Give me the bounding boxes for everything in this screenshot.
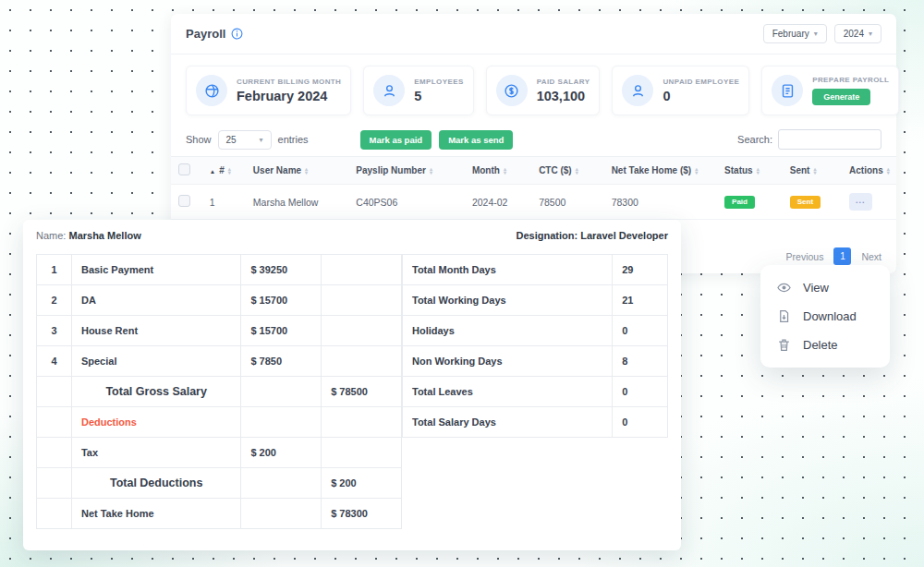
total-gross-salary-row: Total Gross Salary$ 78500 xyxy=(37,377,402,407)
row-num: 4 xyxy=(37,346,72,377)
card-label: PAID SALARY xyxy=(537,78,590,86)
year-select[interactable]: 2024 xyxy=(834,24,881,43)
earning-row: 1Basic Payment$ 39250 xyxy=(37,255,402,285)
menu-item-label: Download xyxy=(803,309,857,323)
row-amount: $ 15700 xyxy=(241,285,322,316)
year-select-value: 2024 xyxy=(844,29,864,39)
stat-cards: CURRENT BILLING MONTH February 2024 EMPL… xyxy=(171,54,896,125)
column-header-sent[interactable]: Sent xyxy=(783,157,842,185)
column-header-month[interactable]: Month xyxy=(465,157,531,185)
row-amount: $ 15700 xyxy=(241,316,322,346)
row-amount: $ 7850 xyxy=(241,346,322,377)
summary-label: Total Leaves xyxy=(403,377,613,407)
column-header-actions[interactable]: Actions xyxy=(842,157,896,185)
row-status-cell: Paid xyxy=(717,185,783,220)
select-all-checkbox[interactable] xyxy=(178,163,190,175)
menu-item-download[interactable]: Download xyxy=(760,302,890,331)
info-icon[interactable] xyxy=(231,28,243,40)
deduction-row: Tax$ 200 xyxy=(37,438,402,468)
row-checkbox[interactable] xyxy=(178,195,190,207)
page-title: Payroll xyxy=(186,27,225,41)
month-select-value: February xyxy=(772,29,809,39)
summary-value: 21 xyxy=(613,285,668,316)
column-header-username[interactable]: User Name xyxy=(246,157,348,185)
table-row: 1 Marsha Mellow C40PS06 2024-02 78500 78… xyxy=(171,185,896,220)
row-num: 3 xyxy=(37,316,72,346)
actions-dropdown-menu: View Download Delete xyxy=(760,265,890,368)
row-total: $ 78300 xyxy=(322,499,402,529)
row-label: Total Deductions xyxy=(71,468,240,499)
panel-header: Payroll February 2024 xyxy=(171,14,896,54)
card-paid-salary: PAID SALARY 103,100 xyxy=(486,66,601,115)
eye-icon xyxy=(777,281,791,295)
row-label: Total Gross Salary xyxy=(71,377,240,407)
row-num: 1 xyxy=(37,255,72,285)
row-month: 2024-02 xyxy=(465,185,531,220)
payslip-header: Name: Marsha Mellow Designation: Laravel… xyxy=(23,220,681,245)
column-header-net-take-home[interactable]: Net Take Home ($) xyxy=(604,157,717,185)
row-num xyxy=(37,407,72,438)
summary-value: 0 xyxy=(613,316,668,346)
sort-icon xyxy=(576,167,578,175)
payslip-body: 1Basic Payment$ 39250 2DA$ 15700 3House … xyxy=(23,245,681,529)
mark-as-paid-button[interactable]: Mark as paid xyxy=(360,130,432,150)
show-label: Show xyxy=(186,134,212,145)
row-amount: $ 39250 xyxy=(241,255,322,285)
card-label: EMPLOYEES xyxy=(414,78,463,86)
card-value: 5 xyxy=(414,89,463,103)
generate-button[interactable]: Generate xyxy=(812,89,870,105)
column-header-payslip-number[interactable]: Payslip Number xyxy=(348,157,465,185)
menu-item-view[interactable]: View xyxy=(760,273,890,302)
row-label: Basic Payment xyxy=(71,255,240,285)
column-header-status[interactable]: Status xyxy=(717,157,783,185)
page-size-select[interactable]: 25 xyxy=(218,130,272,150)
search-input[interactable] xyxy=(778,129,881,150)
row-num xyxy=(37,468,72,499)
employee-icon xyxy=(622,75,653,106)
summary-label: Holidays xyxy=(403,316,613,346)
globe-icon xyxy=(196,75,227,106)
card-prepare-payroll: PREPARE PAYROLL Generate xyxy=(761,66,899,115)
row-total xyxy=(322,346,402,377)
designation-value: Laravel Developer xyxy=(580,230,668,241)
row-label: Tax xyxy=(71,438,240,468)
card-employees: EMPLOYEES 5 xyxy=(363,66,473,115)
column-header-index[interactable]: # xyxy=(202,157,246,185)
row-label: Deductions xyxy=(71,407,240,438)
download-icon xyxy=(777,309,791,323)
earning-row: 3House Rent$ 15700 xyxy=(37,316,402,346)
row-label: Special xyxy=(71,346,240,377)
row-index: 1 xyxy=(202,185,246,220)
summary-row: Total Salary Days0 xyxy=(403,407,668,438)
header-checkbox-cell xyxy=(171,157,202,185)
pagination-current-page[interactable]: 1 xyxy=(833,247,851,265)
menu-item-label: Delete xyxy=(803,338,838,352)
column-header-ctc[interactable]: CTC ($) xyxy=(531,157,604,185)
actions-menu-button[interactable]: ... xyxy=(849,193,872,211)
sort-icon xyxy=(695,167,698,175)
row-label: DA xyxy=(71,285,240,316)
row-label: Net Take Home xyxy=(71,499,240,529)
document-icon xyxy=(772,75,803,106)
mark-as-send-button[interactable]: Mark as send xyxy=(439,130,513,150)
summary-row: Holidays0 xyxy=(403,316,668,346)
sort-icon xyxy=(887,167,890,175)
month-select[interactable]: February xyxy=(763,24,827,43)
pagination-previous[interactable]: Previous xyxy=(786,251,824,262)
search-label: Search: xyxy=(737,134,772,145)
pagination-next[interactable]: Next xyxy=(861,251,881,262)
row-total: $ 200 xyxy=(322,468,402,499)
row-label: House Rent xyxy=(71,316,240,346)
card-label: PREPARE PAYROLL xyxy=(812,76,889,84)
row-sent-cell: Sent xyxy=(783,185,842,220)
deductions-section-row: Deductions xyxy=(37,407,402,438)
card-value: February 2024 xyxy=(237,89,341,103)
payslip-name: Name: Marsha Mellow xyxy=(36,230,141,241)
earning-row: 4Special$ 7850 xyxy=(37,346,402,377)
summary-label: Total Salary Days xyxy=(403,407,613,438)
menu-item-delete[interactable]: Delete xyxy=(760,331,890,359)
row-num: 2 xyxy=(37,285,72,316)
sent-badge: Sent xyxy=(790,196,821,209)
table-controls: Show 25 entries Mark as paid Mark as sen… xyxy=(171,125,896,156)
sort-icon xyxy=(757,167,760,175)
